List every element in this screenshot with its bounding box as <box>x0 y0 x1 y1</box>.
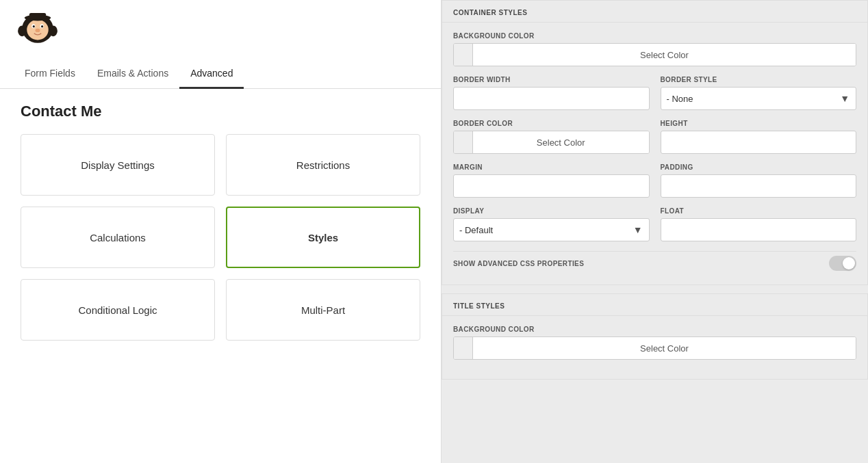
margin-input[interactable] <box>453 174 650 198</box>
padding-input[interactable] <box>661 174 857 198</box>
left-panel: Form Fields Emails & Actions Advanced Co… <box>0 0 442 463</box>
tab-emails-actions[interactable]: Emails & Actions <box>86 59 179 89</box>
padding-label: Padding <box>661 163 857 171</box>
border-style-select[interactable]: - None Solid Dashed Dotted <box>661 87 857 110</box>
border-color-swatch <box>454 131 473 154</box>
bg-color-label: Background Color <box>453 32 856 40</box>
title-styles-header: Title Styles <box>442 294 867 316</box>
display-select[interactable]: - Default Block Inline Flex None <box>453 218 650 241</box>
svg-point-6 <box>33 25 35 27</box>
bg-color-select-row[interactable]: Select Color <box>453 43 856 66</box>
border-color-height-row: Border Color Select Color Height <box>453 120 856 154</box>
float-label: Float <box>661 207 857 215</box>
margin-label: Margin <box>453 163 650 171</box>
height-group: Height <box>661 120 857 154</box>
advanced-css-toggle-row: Show Advanced CSS Properties <box>453 251 856 275</box>
svg-point-8 <box>36 29 40 32</box>
tab-nav: Form Fields Emails & Actions Advanced <box>0 59 441 89</box>
border-width-input[interactable] <box>453 87 650 110</box>
display-group: Display - Default Block Inline Flex None… <box>453 207 650 241</box>
card-display-settings[interactable]: Display Settings <box>21 134 215 196</box>
svg-point-2 <box>49 25 58 36</box>
title-bg-color-select-row[interactable]: Select Color <box>453 336 856 360</box>
grid-area: Display Settings Restrictions Calculatio… <box>0 127 441 354</box>
logo-area <box>0 0 441 59</box>
border-color-label: Border Color <box>453 120 650 127</box>
display-select-wrapper: - Default Block Inline Flex None ▼ <box>453 218 650 241</box>
display-label: Display <box>453 207 650 215</box>
border-color-group: Border Color Select Color <box>453 120 650 154</box>
title-bg-color-label: Background Color <box>453 326 856 333</box>
advanced-css-toggle[interactable] <box>829 256 856 271</box>
card-styles[interactable]: Styles <box>226 207 420 268</box>
bg-color-select-button[interactable]: Select Color <box>473 44 856 66</box>
container-styles-header: Container Styles <box>442 1 867 23</box>
advanced-css-label: Show Advanced CSS Properties <box>453 260 584 267</box>
title-styles-block: Title Styles Background Color Select Col… <box>442 293 868 380</box>
bg-color-group: Background Color Select Color <box>453 32 856 66</box>
title-bg-color-select-button[interactable]: Select Color <box>473 337 856 359</box>
padding-group: Padding <box>661 163 857 198</box>
bg-color-swatch <box>454 43 473 66</box>
title-styles-body: Background Color Select Color <box>442 316 867 379</box>
display-float-row: Display - Default Block Inline Flex None… <box>453 207 856 241</box>
svg-rect-10 <box>29 13 47 19</box>
card-restrictions[interactable]: Restrictions <box>226 134 420 196</box>
mailchimp-logo <box>14 11 62 49</box>
tab-form-fields[interactable]: Form Fields <box>14 59 86 89</box>
border-style-label: Border Style <box>661 76 857 83</box>
container-styles-body: Background Color Select Color Border Wid… <box>442 23 867 285</box>
border-row: Border Width Border Style - None Solid D… <box>453 76 856 110</box>
tab-advanced[interactable]: Advanced <box>179 59 244 89</box>
border-color-select-button[interactable]: Select Color <box>473 131 649 153</box>
right-panel: Container Styles Background Color Select… <box>442 0 868 463</box>
card-multi-part[interactable]: Multi-Part <box>226 279 420 341</box>
border-width-label: Border Width <box>453 76 650 83</box>
container-styles-block: Container Styles Background Color Select… <box>442 0 868 285</box>
margin-padding-row: Margin Padding <box>453 163 856 198</box>
page-title: Contact Me <box>0 89 441 127</box>
border-color-select-row[interactable]: Select Color <box>453 131 650 154</box>
svg-point-1 <box>18 25 26 36</box>
float-input[interactable] <box>661 218 857 241</box>
border-style-group: Border Style - None Solid Dashed Dotted … <box>661 76 857 110</box>
height-label: Height <box>661 120 857 127</box>
float-group: Float <box>661 207 857 241</box>
svg-point-7 <box>41 25 43 27</box>
border-style-select-wrapper: - None Solid Dashed Dotted ▼ <box>661 87 857 110</box>
title-bg-color-swatch <box>454 336 473 360</box>
height-input[interactable] <box>661 131 857 154</box>
card-calculations[interactable]: Calculations <box>21 207 215 268</box>
border-width-group: Border Width <box>453 76 650 110</box>
margin-group: Margin <box>453 163 650 198</box>
card-conditional-logic[interactable]: Conditional Logic <box>21 279 215 341</box>
title-bg-color-group: Background Color Select Color <box>453 326 856 360</box>
